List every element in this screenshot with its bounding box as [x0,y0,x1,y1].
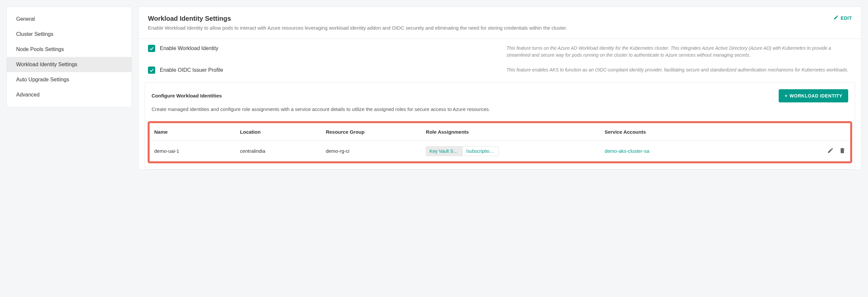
col-name-header: Name [150,123,235,141]
configure-identities-description: Create managed identities and configure … [145,106,855,121]
add-workload-identity-button[interactable]: + WORKLOAD IDENTITY [779,89,848,102]
enable-oidc-checkbox[interactable] [148,67,155,74]
enable-workload-identity-label: Enable Workload Identity [160,45,218,52]
identities-table-highlight: Name Location Resource Group Role Assign… [148,121,852,163]
identities-table: Name Location Resource Group Role Assign… [150,123,850,161]
configure-identities-panel: Configure Workload Identities + WORKLOAD… [145,82,855,170]
table-row: demo-uai-1 centralindia demo-rg-ci Key V… [150,141,850,161]
enable-oidc-label: Enable OIDC Issuer Profile [160,67,223,73]
add-workload-identity-label: WORKLOAD IDENTITY [789,93,842,98]
service-account-link[interactable]: demo-aks-cluster-sa [605,148,650,154]
edit-row-button[interactable] [827,147,834,155]
enable-workload-identity-checkbox[interactable] [148,45,155,52]
page-subtitle: Enable Workload Identity to allow pods t… [148,24,852,32]
cell-role-assignments: Key Vault Se… /subscription… [421,141,600,161]
page-title: Workload Identity Settings [148,15,231,22]
edit-label: EDIT [841,15,852,21]
settings-sidebar: General Cluster Settings Node Pools Sett… [7,7,132,107]
delete-row-button[interactable] [839,147,845,155]
role-name: Key Vault Se… [426,146,462,156]
main-panel: Workload Identity Settings EDIT Enable W… [138,7,861,170]
cell-name: demo-uai-1 [150,141,235,161]
cell-resource-group: demo-rg-ci [321,141,422,161]
role-scope: /subscription… [462,146,499,156]
workload-identity-note: This feature turns on the Azure AD Workl… [506,45,852,59]
oidc-note: This feature enables AKS to function as … [506,67,852,73]
col-service-accounts-header: Service Accounts [600,123,779,141]
col-resource-group-header: Resource Group [321,123,422,141]
plus-icon: + [785,93,787,98]
configure-identities-title: Configure Workload Identities [152,93,222,98]
col-location-header: Location [235,123,321,141]
sidebar-item-advanced[interactable]: Advanced [7,87,131,102]
sidebar-item-general[interactable]: General [7,11,131,27]
sidebar-item-auto-upgrade[interactable]: Auto Upgrade Settings [7,72,131,87]
cell-service-accounts: demo-aks-cluster-sa [600,141,779,161]
col-role-assignments-header: Role Assignments [421,123,600,141]
role-assignment-chip[interactable]: Key Vault Se… /subscription… [426,146,499,156]
trash-icon [839,147,845,154]
pencil-icon [833,15,839,21]
cell-location: centralindia [235,141,321,161]
sidebar-item-node-pools[interactable]: Node Pools Settings [7,42,131,57]
pencil-icon [827,147,834,154]
sidebar-item-cluster-settings[interactable]: Cluster Settings [7,27,131,42]
edit-button[interactable]: EDIT [833,15,852,21]
sidebar-item-workload-identity[interactable]: Workload Identity Settings [7,57,131,72]
